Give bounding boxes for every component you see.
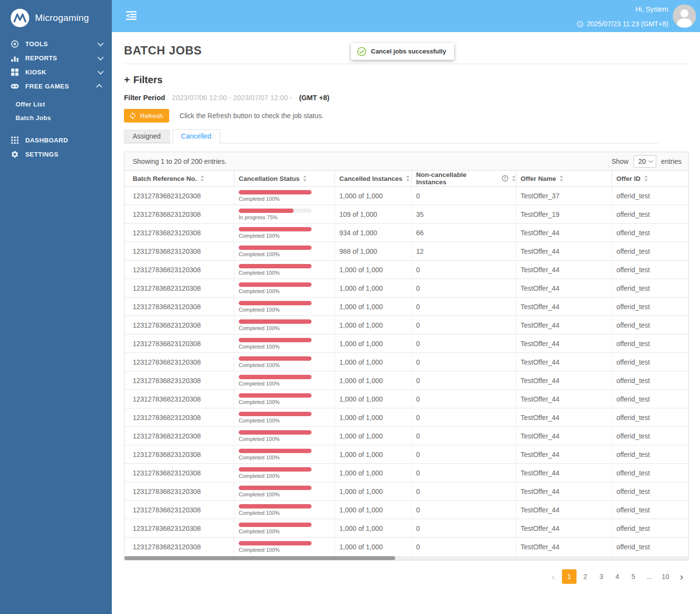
progress-bar-fill bbox=[239, 319, 312, 324]
progress-block: Completed 100% bbox=[239, 282, 312, 294]
cell-offer-id: offerid_test bbox=[612, 187, 689, 205]
sort-icon bbox=[560, 175, 563, 181]
progress-bar-fill bbox=[239, 190, 312, 194]
progress-block: Completed 100% bbox=[239, 227, 312, 239]
progress-bar-fill bbox=[239, 412, 312, 416]
cell-cancellation-status: Completed 100% bbox=[234, 242, 334, 260]
sidebar-item-dashboard[interactable]: DASHBOARD bbox=[0, 133, 112, 147]
column-header-non-cancellable[interactable]: Non-cancellable Instances bbox=[411, 171, 516, 186]
sidebar-item-reports[interactable]: REPORTS bbox=[0, 51, 112, 65]
progress-label: Completed 100% bbox=[239, 491, 312, 497]
datetime-text: 2025/07/23 11:23 (GMT+8) bbox=[587, 19, 668, 28]
column-header-offer-name[interactable]: Offer Name bbox=[516, 171, 612, 186]
cell-batch-reference: 123127836823120308 bbox=[124, 279, 234, 297]
pagination-page-3[interactable]: 3 bbox=[594, 569, 609, 584]
cell-non-cancellable-instances: 0 bbox=[411, 519, 516, 537]
column-header-cancelled-instances[interactable]: Cancelled Instances bbox=[334, 171, 411, 186]
filter-period-row: Filter Period 2023/07/06 12:00 - 2023/07… bbox=[124, 94, 689, 102]
column-header-cancellation-status[interactable]: Cancellation Status bbox=[234, 171, 334, 186]
sidebar-item-batch-jobs[interactable]: Batch Jobs bbox=[0, 111, 112, 124]
cell-batch-reference: 123127836823120308 bbox=[124, 445, 234, 463]
pagination-prev-icon[interactable]: ‹ bbox=[546, 569, 560, 584]
progress-bar-track bbox=[239, 449, 312, 453]
sidebar-item-free-games[interactable]: FREE GAMES bbox=[0, 79, 112, 93]
cell-offer-id: offerid_test bbox=[612, 334, 689, 352]
table-row: 123127836823120308Completed 100%1,000 of… bbox=[124, 519, 688, 538]
cell-non-cancellable-instances: 0 bbox=[411, 261, 516, 279]
clock-icon bbox=[577, 20, 584, 28]
column-header-batch-reference[interactable]: Batch Reference No. bbox=[124, 171, 234, 186]
pagination-next-icon[interactable]: › bbox=[674, 569, 689, 584]
table-row: 123127836823120308Completed 100%1,000 of… bbox=[124, 334, 688, 353]
filters-toggle[interactable]: + Filters bbox=[124, 74, 689, 86]
cell-offer-name: TestOffer_44 bbox=[516, 390, 612, 408]
column-label: Offer Name bbox=[521, 175, 556, 182]
cell-non-cancellable-instances: 0 bbox=[411, 427, 516, 445]
progress-block: Completed 100% bbox=[239, 541, 312, 553]
cell-cancellation-status: Completed 100% bbox=[234, 390, 334, 408]
progress-label: Completed 100% bbox=[239, 307, 312, 313]
toast-notification: Cancel jobs successfully bbox=[351, 43, 454, 60]
column-label: Non-cancellable Instances bbox=[416, 171, 498, 186]
column-label: Cancelled Instances bbox=[339, 175, 402, 182]
progress-label: Completed 100% bbox=[239, 288, 312, 294]
avatar[interactable] bbox=[673, 4, 696, 28]
cell-cancelled-instances: 1,000 of 1,000 bbox=[334, 427, 411, 445]
sidebar-collapse-icon[interactable] bbox=[125, 11, 137, 20]
progress-block: Completed 100% bbox=[239, 486, 312, 497]
cell-offer-name: TestOffer_44 bbox=[516, 519, 612, 537]
sidebar-item-settings[interactable]: SETTINGS bbox=[0, 147, 112, 161]
cell-cancellation-status: Completed 100% bbox=[234, 316, 334, 334]
progress-bar-track bbox=[239, 375, 312, 379]
pagination-page-4[interactable]: 4 bbox=[610, 569, 625, 584]
cell-batch-reference: 123127836823120308 bbox=[124, 482, 234, 500]
progress-label: In progress 75% bbox=[239, 214, 312, 220]
free-games-submenu: Offer List Batch Jobs bbox=[0, 97, 112, 124]
progress-label: Completed 100% bbox=[239, 547, 312, 553]
cell-cancelled-instances: 1,000 of 1,000 bbox=[334, 187, 411, 205]
sidebar-item-kiosk[interactable]: KIOSK bbox=[0, 65, 112, 79]
pagination-page-5[interactable]: 5 bbox=[626, 569, 641, 584]
tab-assigned[interactable]: Assigned bbox=[124, 130, 170, 143]
table-row: 123127836823120308Completed 100%988 of 1… bbox=[124, 242, 688, 261]
cell-offer-id: offerid_test bbox=[612, 279, 689, 297]
cell-cancellation-status: Completed 100% bbox=[234, 538, 334, 556]
cell-offer-name: TestOffer_44 bbox=[516, 501, 612, 519]
show-label: Show bbox=[612, 158, 629, 165]
progress-block: Completed 100% bbox=[239, 190, 312, 202]
progress-block: Completed 100% bbox=[239, 356, 312, 368]
info-icon[interactable] bbox=[502, 175, 508, 182]
progress-block: Completed 100% bbox=[239, 467, 312, 479]
pagination-page-2[interactable]: 2 bbox=[578, 569, 593, 584]
table-row: 123127836823120308Completed 100%1,000 of… bbox=[124, 261, 688, 279]
refresh-button[interactable]: Refresh bbox=[124, 109, 169, 123]
progress-block: Completed 100% bbox=[239, 430, 312, 442]
tab-cancelled[interactable]: Cancelled bbox=[173, 129, 220, 143]
cell-offer-id: offerid_test bbox=[612, 353, 689, 371]
cell-cancellation-status: Completed 100% bbox=[234, 501, 334, 519]
cell-offer-name: TestOffer_44 bbox=[516, 445, 612, 463]
cell-offer-name: TestOffer_44 bbox=[516, 261, 612, 279]
sidebar-item-offer-list[interactable]: Offer List bbox=[0, 97, 112, 111]
cell-cancelled-instances: 988 of 1,000 bbox=[334, 242, 411, 260]
page-size-select[interactable]: 20 bbox=[633, 155, 656, 168]
table-row: 123127836823120308Completed 100%1,000 of… bbox=[124, 298, 688, 316]
progress-label: Completed 100% bbox=[239, 418, 312, 423]
cell-cancelled-instances: 1,000 of 1,000 bbox=[334, 464, 411, 482]
horizontal-scrollbar-thumb[interactable] bbox=[124, 556, 395, 560]
progress-bar-track bbox=[239, 209, 312, 213]
entries-summary: Showing 1 to 20 of 200 entries. bbox=[133, 158, 227, 165]
pagination-page-1[interactable]: 1 bbox=[562, 569, 577, 584]
table-panel-header: Showing 1 to 20 of 200 entries. Show 20 … bbox=[124, 152, 688, 171]
cell-batch-reference: 123127836823120308 bbox=[124, 205, 234, 223]
pagination-page-10[interactable]: 10 bbox=[658, 569, 673, 584]
cell-cancellation-status: Completed 100% bbox=[234, 427, 334, 445]
cell-non-cancellable-instances: 35 bbox=[411, 205, 516, 223]
column-header-offer-id[interactable]: Offer ID bbox=[612, 171, 689, 186]
sidebar-item-tools[interactable]: TOOLS bbox=[0, 37, 112, 51]
sidebar-item-label: FREE GAMES bbox=[25, 83, 91, 90]
cell-batch-reference: 123127836823120308 bbox=[124, 371, 234, 389]
progress-bar-fill bbox=[239, 264, 312, 268]
cell-offer-name: TestOffer_44 bbox=[516, 279, 612, 297]
cell-offer-id: offerid_test bbox=[612, 390, 689, 408]
